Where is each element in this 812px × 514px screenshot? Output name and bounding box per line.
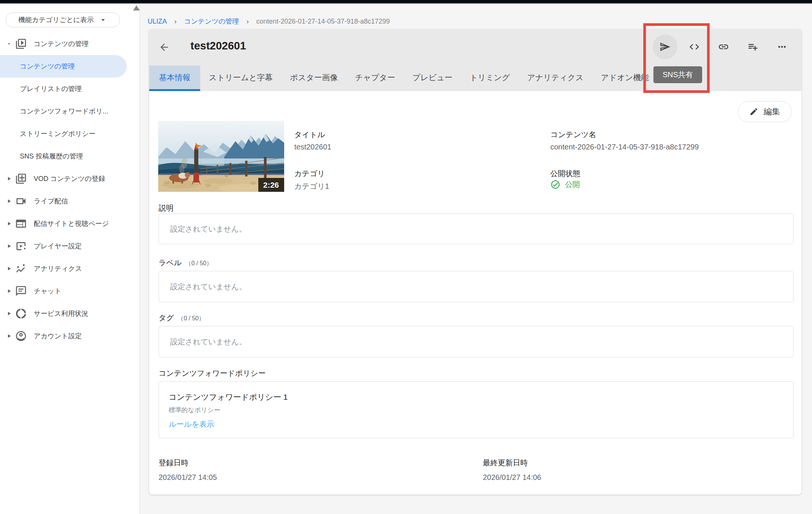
sidebar-item-distribution-site[interactable]: 配信サイトと視聴ページ [0, 212, 140, 235]
caret-right-icon [6, 266, 12, 272]
chat-icon [15, 285, 27, 297]
tag-field: 設定されていません。 [159, 326, 794, 357]
sns-share-tooltip: SNS共有 [653, 66, 702, 83]
edit-button-label: 編集 [764, 106, 780, 117]
created-date: 登録日時 2026/01/27 14:05 [159, 458, 217, 482]
send-icon [659, 41, 671, 52]
tag-counter: （0 / 50） [178, 315, 205, 323]
arrow-back-icon [159, 42, 170, 53]
breadcrumb-current: content-2026-01-27-14-05-37-918-a8c17299 [256, 18, 390, 25]
updated-date-value: 2026/01/27 14:06 [483, 473, 541, 482]
sidebar-item-sns-post-history[interactable]: SNS 投稿履歴の管理 [0, 145, 140, 167]
breadcrumb-link-uliza[interactable]: ULIZA [148, 18, 167, 25]
sidebar-item-content-management-group[interactable]: コンテンツの管理 [0, 33, 140, 55]
library-add-icon [15, 173, 27, 185]
label-section-label: ラベル （0 / 50） [159, 258, 212, 268]
tag-section-label: タグ （0 / 50） [159, 313, 205, 323]
sidebar-item-streaming-policy[interactable]: ストリーミングポリシー [0, 123, 140, 145]
window-top-bar [0, 0, 812, 4]
caret-down-icon [6, 41, 12, 47]
publish-status: 公開 [550, 179, 580, 190]
copy-link-button[interactable] [717, 40, 730, 54]
donut-chart-icon [15, 308, 27, 320]
tab-basic-info[interactable]: 基本情報 [149, 66, 200, 91]
sidebar-item-label: ライブ配信 [34, 197, 68, 206]
sidebar-item-live-streaming[interactable]: ライブ配信 [0, 190, 140, 212]
app-window: 機能カテゴリごとに表示 コンテンツの管理 コンテンツの管理 プレイリストの管理 … [0, 0, 812, 514]
breadcrumb-link-content-management[interactable]: コンテンツの管理 [184, 17, 239, 26]
policy-card: コンテンツフォワードポリシー 1 標準的なポリシー ルールを表示 [159, 381, 794, 438]
caret-right-icon [6, 198, 12, 204]
sidebar-item-playlist-management[interactable]: プレイリストの管理 [0, 78, 140, 100]
description-placeholder: 設定されていません。 [170, 224, 246, 234]
updated-date: 最終更新日時 2026/01/27 14:06 [483, 458, 541, 482]
policy-name: コンテンツフォワードポリシー 1 [169, 392, 288, 402]
sidebar-nav: コンテンツの管理 コンテンツの管理 プレイリストの管理 コンテンツフォワードポリ… [0, 33, 140, 347]
description-section-label: 説明 [159, 203, 174, 213]
title-label: タイトル [294, 130, 325, 140]
sidebar-item-label: ストリーミングポリシー [20, 129, 96, 138]
updated-date-label: 最終更新日時 [483, 458, 541, 468]
content-detail-card: test202601 [149, 29, 802, 495]
category-value: カテゴリ1 [294, 181, 329, 191]
sidebar-item-chat[interactable]: チャット [0, 280, 140, 302]
videocam-icon [15, 195, 27, 207]
playlist-add-icon [747, 41, 758, 52]
sidebar-item-analytics[interactable]: アナリティクス [0, 257, 140, 280]
sidebar-item-label: コンテンツの管理 [34, 39, 89, 48]
tab-analytics[interactable]: アナリティクス [518, 66, 592, 91]
sidebar-item-label: チャット [34, 287, 61, 296]
back-button[interactable] [157, 40, 171, 54]
sidebar-item-label: サービス利用状況 [34, 309, 88, 318]
add-to-playlist-button[interactable] [746, 40, 760, 54]
more-horiz-icon [776, 41, 788, 52]
label-counter: （0 / 50） [185, 260, 212, 267]
publish-status-label: 公開状態 [550, 169, 580, 179]
status-badge: 公開 [565, 179, 580, 190]
main-content: ULIZA › コンテンツの管理 › content-2026-01-27-14… [140, 4, 812, 514]
sidebar-item-content-forward-policy[interactable]: コンテンツフォワードポリ... [0, 100, 140, 123]
created-date-label: 登録日時 [159, 458, 217, 468]
description-field: 設定されていません。 [159, 214, 794, 244]
video-thumbnail: 2:26 [158, 121, 284, 192]
tab-bar: 基本情報 ストリームと字幕 ポスター画像 チャプター プレビュー トリミング ア… [149, 66, 658, 91]
tab-poster-image[interactable]: ポスター画像 [281, 66, 346, 91]
tab-preview[interactable]: プレビュー [404, 66, 461, 91]
sidebar-item-label: プレイリストの管理 [20, 84, 82, 93]
more-options-button[interactable] [775, 40, 789, 54]
tab-addon-features[interactable]: アドオン機能 [592, 66, 658, 91]
sidebar-item-content-management[interactable]: コンテンツの管理 [0, 55, 127, 78]
tab-trimming[interactable]: トリミング [461, 66, 518, 91]
category-label: カテゴリ [294, 169, 325, 179]
content-name-value: content-2026-01-27-14-05-37-918-a8c17299 [550, 143, 699, 151]
code-icon [689, 41, 700, 52]
show-rules-link[interactable]: ルールを表示 [169, 419, 214, 429]
check-circle-icon [550, 179, 560, 190]
video-settings-icon [15, 240, 27, 252]
tab-chapters[interactable]: チャプター [346, 66, 404, 91]
sidebar-item-player-settings[interactable]: プレイヤー設定 [0, 235, 140, 257]
sidebar-item-label: 配信サイトと視聴ページ [34, 219, 109, 228]
caret-right-icon [6, 333, 12, 339]
tab-stream-subtitles[interactable]: ストリームと字幕 [200, 66, 281, 91]
card-header: test202601 [149, 29, 802, 91]
sidebar-scroll-up-arrow[interactable] [133, 5, 140, 10]
sidebar-item-label: アナリティクス [34, 264, 82, 273]
title-value: test202601 [294, 143, 331, 151]
tag-placeholder: 設定されていません。 [170, 337, 246, 347]
caret-right-icon [6, 288, 12, 294]
breadcrumb-separator-icon: › [247, 18, 249, 25]
pencil-icon [749, 107, 758, 116]
sns-share-button[interactable] [658, 40, 672, 54]
edit-button[interactable]: 編集 [738, 101, 792, 122]
sidebar-item-vod-registration[interactable]: VOD コンテンツの登録 [0, 167, 140, 190]
policy-section-label: コンテンツフォワードポリシー [159, 368, 266, 378]
embed-code-button[interactable] [688, 40, 701, 54]
sidebar-item-account-settings[interactable]: アカウント設定 [0, 325, 140, 347]
sidebar-item-service-usage[interactable]: サービス利用状況 [0, 302, 140, 325]
chevron-down-icon [99, 16, 107, 24]
breadcrumb: ULIZA › コンテンツの管理 › content-2026-01-27-14… [148, 14, 390, 28]
caret-right-icon [6, 176, 12, 182]
label-placeholder: 設定されていません。 [170, 282, 246, 292]
category-view-dropdown[interactable]: 機能カテゴリごとに表示 [6, 12, 120, 27]
